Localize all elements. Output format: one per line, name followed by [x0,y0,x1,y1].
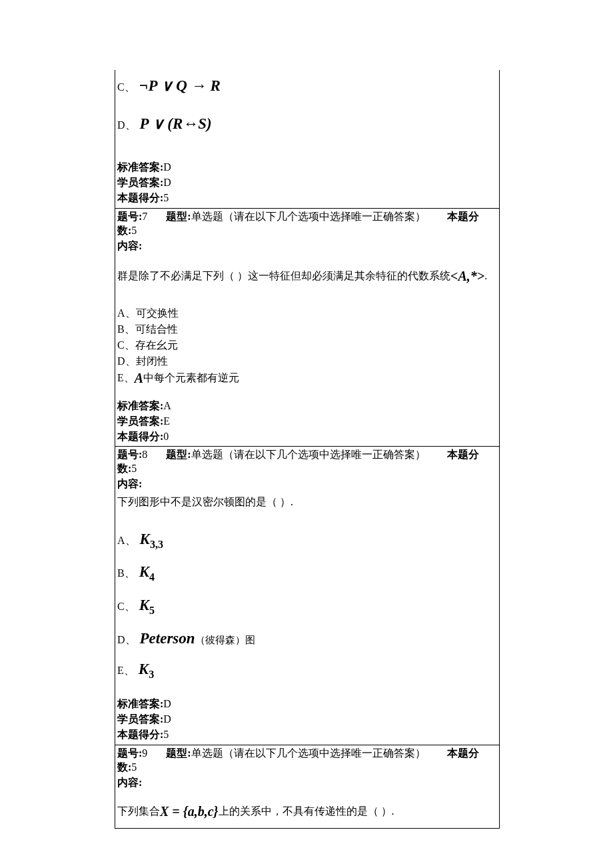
option-c-letter: C、 [117,600,135,614]
option-d-math: Peterson [140,630,195,647]
question-7: 题号:7 题型:单选题（请在以下几个选项中选择唯一正确答案） 本题分数:5 内容… [115,208,499,447]
score-earned-value: 5 [163,729,169,740]
content-label: 内容: [117,776,497,790]
option-b: B、可结合性 [117,323,497,337]
standard-answer-value: D [163,161,171,173]
option-e-suffix: 中每个元素都有逆元 [143,372,239,383]
option-d-row: D、 P ∨ (R↔S) [117,115,497,133]
score-earned-label: 本题得分: [117,729,163,740]
option-a-math: K3,3 [140,531,163,551]
standard-answer-label: 标准答案: [117,698,163,709]
student-answer-label: 学员答案: [117,415,163,427]
question-type-label: 题型: [166,747,191,759]
question-number-label: 题号: [117,449,142,460]
question-header: 题号:7 题型:单选题（请在以下几个选项中选择唯一正确答案） 本题分数:5 [117,210,497,238]
question-type-label: 题型: [166,449,191,460]
standard-answer-label: 标准答案: [117,161,163,173]
options-list: A、 K3,3 B、 K4 C、 K5 D、 Peterson （彼得森）图 [117,531,497,680]
student-answer-value: D [163,713,171,725]
option-c-math: K5 [139,597,155,617]
student-answer-value: E [163,415,170,427]
option-a: A、 K3,3 [117,531,497,551]
question-type-label: 题型: [166,211,191,222]
option-b-letter: B、 [117,567,135,581]
student-answer-label: 学员答案: [117,713,163,725]
standard-answer-label: 标准答案: [117,400,163,411]
question-number-label: 题号: [117,211,142,222]
option-d: D、封闭性 [117,355,497,369]
option-c-formula: ¬P ∨ Q → R [139,77,221,95]
option-e-math: A [135,371,143,385]
option-c-text: 存在幺元 [135,339,178,351]
option-b: B、 K4 [117,563,497,583]
answers-block: 标准答案:A 学员答案:E 本题得分:0 [117,398,497,445]
option-e-letter: E、 [117,664,135,678]
option-e-math: K3 [139,661,154,681]
stem-suffix: 上的关系中，不具有传递性的是（ ）. [219,805,394,817]
question-6-partial: C、 ¬P ∨ Q → R D、 P ∨ (R↔S) 标准答案:D 学员答案:D… [115,70,499,208]
question-number-value: 9 [142,747,147,759]
question-number-label: 题号: [117,747,142,759]
question-header: 题号:8 题型:单选题（请在以下几个选项中选择唯一正确答案） 本题分数:5 [117,448,497,476]
content-label: 内容: [117,477,497,491]
option-c-row: C、 ¬P ∨ Q → R [117,77,497,95]
student-answer-label: 学员答案: [117,177,163,188]
option-d-letter: D、 [117,633,136,647]
question-points-value: 5 [131,463,137,474]
option-a-text: 可交换性 [136,307,179,319]
option-b-text: 可结合性 [135,323,178,335]
question-stem: 下列集合X = {a,b,c}上的关系中，不具有传递性的是（ ）. [117,801,497,822]
option-d-letter: D、 [117,119,136,133]
student-answer-value: D [163,177,171,188]
answers-block: 标准答案:D 学员答案:D 本题得分:5 [117,696,497,743]
score-earned-label: 本题得分: [117,431,163,442]
option-c: C、 K5 [117,597,497,617]
stem-suffix: . [484,270,487,281]
score-earned-value: 0 [163,431,169,442]
question-points-value: 5 [131,225,137,236]
question-stem: 下列图形中不是汉密尔顿图的是（ ）. [117,493,497,511]
options-list: A、可交换性 B、可结合性 C、存在幺元 D、封闭性 E、A中每个元素都有逆元 [117,307,497,386]
score-earned-value: 5 [163,192,169,203]
option-a-letter: A、 [117,534,136,548]
question-number-value: 8 [142,449,147,460]
option-d-text: 封闭性 [136,355,168,367]
option-c-letter: C、 [117,339,135,351]
option-b-math: K4 [139,563,155,583]
question-stem: 群是除了不必满足下列（ ）这一特征但却必须满足其余特征的代数系统<A,*>. [117,265,497,287]
question-type-value: 单选题（请在以下几个选项中选择唯一正确答案） [191,211,426,222]
question-type-value: 单选题（请在以下几个选项中选择唯一正确答案） [191,747,426,759]
stem-prefix: 下列集合 [117,805,160,817]
option-d-formula: P ∨ (R↔S) [140,115,212,133]
question-table: C、 ¬P ∨ Q → R D、 P ∨ (R↔S) 标准答案:D 学员答案:D… [115,70,500,829]
option-c-letter: C、 [117,81,135,95]
question-type-value: 单选题（请在以下几个选项中选择唯一正确答案） [191,449,426,460]
option-e: E、A中每个元素都有逆元 [117,371,497,386]
standard-answer-value: D [163,698,171,709]
question-8: 题号:8 题型:单选题（请在以下几个选项中选择唯一正确答案） 本题分数:5 内容… [115,446,499,745]
option-e: E、 K3 [117,661,497,681]
option-c: C、存在幺元 [117,339,497,353]
question-number-value: 7 [142,211,147,222]
option-d: D、 Peterson （彼得森）图 [117,630,497,647]
question-points-value: 5 [131,761,137,773]
stem-text: 群是除了不必满足下列（ ）这一特征但却必须满足其余特征的代数系统 [117,270,450,281]
stem-math: X = {a,b,c} [160,804,219,819]
question-header: 题号:9 题型:单选题（请在以下几个选项中选择唯一正确答案） 本题分数:5 [117,747,497,775]
score-earned-label: 本题得分: [117,192,163,203]
stem-math: <A,*> [450,269,484,283]
question-9-partial: 题号:9 题型:单选题（请在以下几个选项中选择唯一正确答案） 本题分数:5 内容… [115,745,499,828]
standard-answer-value: A [163,400,171,411]
option-b-letter: B、 [117,323,135,335]
option-a: A、可交换性 [117,307,497,321]
answers-block: 标准答案:D 学员答案:D 本题得分:5 [117,159,497,206]
option-a-letter: A、 [117,307,136,319]
option-d-letter: D、 [117,355,136,367]
content-label: 内容: [117,239,497,253]
option-e-letter: E、 [117,372,135,383]
option-d-note: （彼得森）图 [195,634,255,647]
